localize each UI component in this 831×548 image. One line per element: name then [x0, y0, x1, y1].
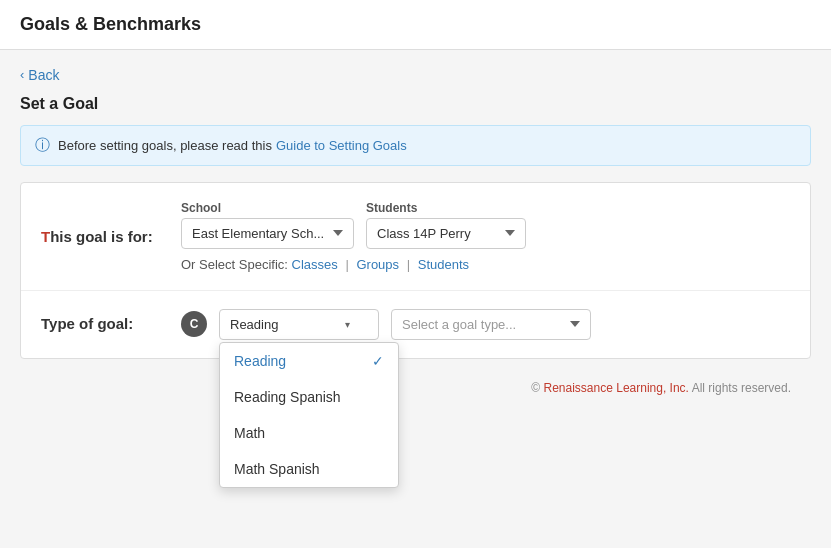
students-specific-link[interactable]: Students: [418, 257, 469, 272]
students-label: Students: [366, 201, 526, 215]
info-banner: ⓘ Before setting goals, please read this…: [20, 125, 811, 166]
page-content: ‹ Back Set a Goal ⓘ Before setting goals…: [0, 50, 831, 530]
type-goal-label: Type of goal:: [41, 309, 181, 332]
type-goal-controls: C Reading ▾ Reading ✓ Reading Spanish: [181, 309, 591, 340]
back-chevron-icon: ‹: [20, 67, 24, 82]
form-card: This goal is for: School East Elementary…: [20, 182, 811, 359]
goal-for-label-rest: his goal is for:: [50, 228, 153, 245]
info-icon: ⓘ: [35, 136, 50, 155]
type-dropdown-button[interactable]: Reading ▾: [219, 309, 379, 340]
select-row: School East Elementary Sch... Students C…: [181, 201, 526, 249]
guide-link[interactable]: Guide to Setting Goals: [276, 138, 407, 153]
dropdown-item-math-spanish-label: Math Spanish: [234, 461, 320, 477]
type-goal-row: Type of goal: C Reading ▾ Reading ✓: [21, 291, 810, 358]
dropdown-item-math-label: Math: [234, 425, 265, 441]
dropdown-item-reading-spanish-label: Reading Spanish: [234, 389, 341, 405]
specific-prefix: Or Select Specific:: [181, 257, 288, 272]
dropdown-item-reading[interactable]: Reading ✓: [220, 343, 398, 379]
footer: © Renaissance Learning, Inc. All rights …: [20, 371, 811, 405]
info-text: Before setting goals, please read this: [58, 138, 272, 153]
goal-for-fields: School East Elementary Sch... Students C…: [181, 201, 526, 272]
specific-select-links: Or Select Specific: Classes | Groups | S…: [181, 257, 526, 272]
dropdown-item-reading-spanish[interactable]: Reading Spanish: [220, 379, 398, 415]
classes-link[interactable]: Classes: [292, 257, 338, 272]
dropdown-chevron-icon: ▾: [345, 319, 350, 330]
students-group: Students Class 14P Perry: [366, 201, 526, 249]
c-badge: C: [181, 311, 207, 337]
back-label: Back: [28, 67, 59, 83]
separator-2: |: [407, 257, 410, 272]
checkmark-icon: ✓: [372, 353, 384, 369]
groups-link[interactable]: Groups: [356, 257, 399, 272]
school-group: School East Elementary Sch...: [181, 201, 354, 249]
students-select[interactable]: Class 14P Perry: [366, 218, 526, 249]
back-link[interactable]: ‹ Back: [20, 67, 59, 83]
page-title: Goals & Benchmarks: [20, 14, 811, 35]
page-header: Goals & Benchmarks: [0, 0, 831, 50]
brand-name: Renaissance Learning, Inc.: [544, 381, 689, 395]
goal-for-label: This goal is for:: [41, 228, 181, 245]
school-select[interactable]: East Elementary Sch...: [181, 218, 354, 249]
goal-type-select[interactable]: Select a goal type...: [391, 309, 591, 340]
dropdown-menu: Reading ✓ Reading Spanish Math Math Span…: [219, 342, 399, 488]
red-t: T: [41, 228, 50, 245]
separator-1: |: [345, 257, 348, 272]
school-label: School: [181, 201, 354, 215]
dropdown-item-math[interactable]: Math: [220, 415, 398, 451]
dropdown-wrapper: Reading ▾ Reading ✓ Reading Spanish: [219, 309, 379, 340]
set-goal-title: Set a Goal: [20, 95, 811, 113]
dropdown-item-reading-label: Reading: [234, 353, 286, 369]
selected-type-label: Reading: [230, 317, 278, 332]
dropdown-item-math-spanish[interactable]: Math Spanish: [220, 451, 398, 487]
goal-for-row: This goal is for: School East Elementary…: [21, 183, 810, 291]
